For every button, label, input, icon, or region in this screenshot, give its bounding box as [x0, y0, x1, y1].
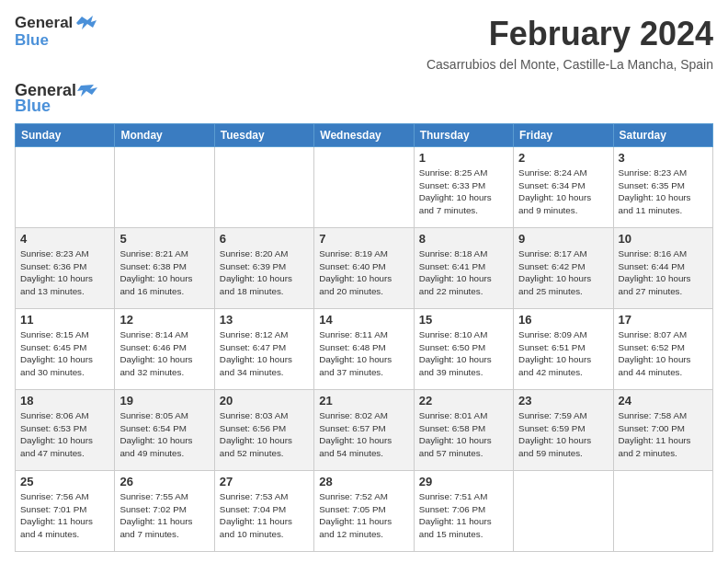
calendar-cell [514, 471, 613, 552]
day-number: 23 [518, 394, 608, 408]
week-row-3: 11Sunrise: 8:15 AMSunset: 6:45 PMDayligh… [16, 309, 713, 390]
day-info: Sunrise: 8:24 AMSunset: 6:34 PMDaylight:… [518, 167, 608, 217]
calendar-cell: 28Sunrise: 7:52 AMSunset: 7:05 PMDayligh… [314, 471, 414, 552]
calendar-cell: 20Sunrise: 8:03 AMSunset: 6:56 PMDayligh… [214, 390, 313, 471]
day-number: 2 [518, 151, 608, 165]
week-row-1: 1Sunrise: 8:25 AMSunset: 6:33 PMDaylight… [16, 147, 713, 228]
day-info: Sunrise: 8:14 AMSunset: 6:46 PMDaylight:… [119, 328, 209, 379]
calendar-cell: 14Sunrise: 8:11 AMSunset: 6:48 PMDayligh… [314, 309, 414, 390]
weekday-header-tuesday: Tuesday [214, 124, 313, 147]
day-info: Sunrise: 8:18 AMSunset: 6:41 PMDaylight:… [419, 247, 508, 298]
day-info: Sunrise: 8:10 AMSunset: 6:50 PMDaylight:… [419, 328, 508, 379]
week-row-4: 18Sunrise: 8:06 AMSunset: 6:53 PMDayligh… [16, 390, 713, 471]
day-number: 24 [619, 394, 708, 408]
day-number: 13 [220, 313, 309, 327]
svg-marker-1 [77, 85, 97, 97]
calendar-table: SundayMondayTuesdayWednesdayThursdayFrid… [15, 123, 713, 552]
calendar-subtitle: Casarrubios del Monte, Castille-La Manch… [15, 57, 713, 72]
day-info: Sunrise: 8:17 AMSunset: 6:42 PMDaylight:… [518, 247, 608, 298]
day-number: 6 [220, 232, 309, 246]
calendar-cell: 3Sunrise: 8:23 AMSunset: 6:35 PMDaylight… [613, 147, 712, 228]
day-number: 29 [419, 475, 508, 488]
calendar-cell [115, 147, 214, 228]
weekday-header-friday: Friday [514, 124, 613, 147]
calendar-cell: 6Sunrise: 8:20 AMSunset: 6:39 PMDaylight… [214, 228, 313, 309]
day-number: 9 [518, 232, 608, 246]
day-info: Sunrise: 8:25 AMSunset: 6:33 PMDaylight:… [419, 167, 508, 217]
calendar-cell: 7Sunrise: 8:19 AMSunset: 6:40 PMDaylight… [314, 228, 414, 309]
day-number: 3 [619, 151, 708, 165]
day-info: Sunrise: 7:53 AMSunset: 7:04 PMDaylight:… [220, 490, 309, 541]
calendar-cell: 23Sunrise: 7:59 AMSunset: 6:59 PMDayligh… [514, 390, 613, 471]
logo-bird-icon [74, 15, 97, 31]
day-info: Sunrise: 7:59 AMSunset: 6:59 PMDaylight:… [518, 409, 608, 460]
calendar-cell [214, 147, 313, 228]
calendar-cell [314, 147, 414, 228]
calendar-cell: 16Sunrise: 8:09 AMSunset: 6:51 PMDayligh… [514, 309, 613, 390]
day-number: 21 [319, 394, 408, 408]
day-number: 7 [319, 232, 408, 246]
logo-blue-text: Blue [15, 32, 97, 50]
calendar-cell: 5Sunrise: 8:21 AMSunset: 6:38 PMDaylight… [115, 228, 214, 309]
day-number: 5 [119, 232, 209, 246]
calendar-cell [16, 147, 115, 228]
day-info: Sunrise: 8:12 AMSunset: 6:47 PMDaylight:… [220, 328, 309, 379]
day-number: 1 [419, 151, 508, 165]
calendar-cell: 19Sunrise: 8:05 AMSunset: 6:54 PMDayligh… [115, 390, 214, 471]
calendar-cell: 8Sunrise: 8:18 AMSunset: 6:41 PMDaylight… [414, 228, 513, 309]
day-number: 27 [220, 475, 309, 488]
day-number: 25 [20, 475, 109, 488]
logo-blue: Blue [15, 97, 97, 116]
weekday-header-monday: Monday [115, 124, 214, 147]
day-info: Sunrise: 7:56 AMSunset: 7:01 PMDaylight:… [20, 490, 109, 541]
day-number: 20 [220, 394, 309, 408]
day-number: 18 [20, 394, 109, 408]
weekday-header-row: SundayMondayTuesdayWednesdayThursdayFrid… [16, 124, 713, 147]
day-info: Sunrise: 8:07 AMSunset: 6:52 PMDaylight:… [619, 328, 708, 379]
day-info: Sunrise: 8:19 AMSunset: 6:40 PMDaylight:… [319, 247, 408, 298]
day-info: Sunrise: 8:16 AMSunset: 6:44 PMDaylight:… [619, 247, 708, 298]
weekday-header-saturday: Saturday [613, 124, 712, 147]
day-info: Sunrise: 8:02 AMSunset: 6:57 PMDaylight:… [319, 409, 408, 460]
day-number: 16 [518, 313, 608, 327]
day-info: Sunrise: 8:03 AMSunset: 6:56 PMDaylight:… [220, 409, 309, 460]
day-info: Sunrise: 7:55 AMSunset: 7:02 PMDaylight:… [119, 490, 209, 541]
day-info: Sunrise: 7:52 AMSunset: 7:05 PMDaylight:… [319, 490, 408, 541]
weekday-header-wednesday: Wednesday [314, 124, 414, 147]
calendar-cell: 27Sunrise: 7:53 AMSunset: 7:04 PMDayligh… [214, 471, 313, 552]
day-info: Sunrise: 8:23 AMSunset: 6:36 PMDaylight:… [20, 247, 109, 298]
logo-general-text: General [15, 15, 73, 32]
day-info: Sunrise: 8:23 AMSunset: 6:35 PMDaylight:… [619, 167, 708, 217]
day-info: Sunrise: 7:58 AMSunset: 7:00 PMDaylight:… [619, 409, 708, 460]
day-info: Sunrise: 8:11 AMSunset: 6:48 PMDaylight:… [319, 328, 408, 379]
calendar-cell: 10Sunrise: 8:16 AMSunset: 6:44 PMDayligh… [613, 228, 712, 309]
calendar-cell: 11Sunrise: 8:15 AMSunset: 6:45 PMDayligh… [16, 309, 115, 390]
day-number: 11 [20, 313, 109, 327]
svg-marker-0 [76, 16, 97, 29]
calendar-cell: 2Sunrise: 8:24 AMSunset: 6:34 PMDaylight… [514, 147, 613, 228]
logo: General Blue [15, 15, 97, 49]
calendar-cell: 22Sunrise: 8:01 AMSunset: 6:58 PMDayligh… [414, 390, 513, 471]
weekday-header-thursday: Thursday [414, 124, 513, 147]
day-number: 28 [319, 475, 408, 488]
calendar-cell: 24Sunrise: 7:58 AMSunset: 7:00 PMDayligh… [613, 390, 712, 471]
calendar-cell: 18Sunrise: 8:06 AMSunset: 6:53 PMDayligh… [16, 390, 115, 471]
day-number: 12 [119, 313, 209, 327]
day-info: Sunrise: 8:05 AMSunset: 6:54 PMDaylight:… [119, 409, 209, 460]
calendar-cell: 12Sunrise: 8:14 AMSunset: 6:46 PMDayligh… [115, 309, 214, 390]
day-number: 17 [619, 313, 708, 327]
calendar-cell: 4Sunrise: 8:23 AMSunset: 6:36 PMDaylight… [16, 228, 115, 309]
week-row-5: 25Sunrise: 7:56 AMSunset: 7:01 PMDayligh… [16, 471, 713, 552]
month-title: February 2024 [489, 15, 713, 53]
calendar-cell: 9Sunrise: 8:17 AMSunset: 6:42 PMDaylight… [514, 228, 613, 309]
day-info: Sunrise: 7:51 AMSunset: 7:06 PMDaylight:… [419, 490, 508, 541]
day-number: 8 [419, 232, 508, 246]
day-info: Sunrise: 8:06 AMSunset: 6:53 PMDaylight:… [20, 409, 109, 460]
calendar-cell: 29Sunrise: 7:51 AMSunset: 7:06 PMDayligh… [414, 471, 513, 552]
day-info: Sunrise: 8:21 AMSunset: 6:38 PMDaylight:… [119, 247, 209, 298]
calendar-cell: 26Sunrise: 7:55 AMSunset: 7:02 PMDayligh… [115, 471, 214, 552]
day-info: Sunrise: 8:15 AMSunset: 6:45 PMDaylight:… [20, 328, 109, 379]
day-info: Sunrise: 8:20 AMSunset: 6:39 PMDaylight:… [220, 247, 309, 298]
day-number: 10 [619, 232, 708, 246]
calendar-cell [613, 471, 712, 552]
